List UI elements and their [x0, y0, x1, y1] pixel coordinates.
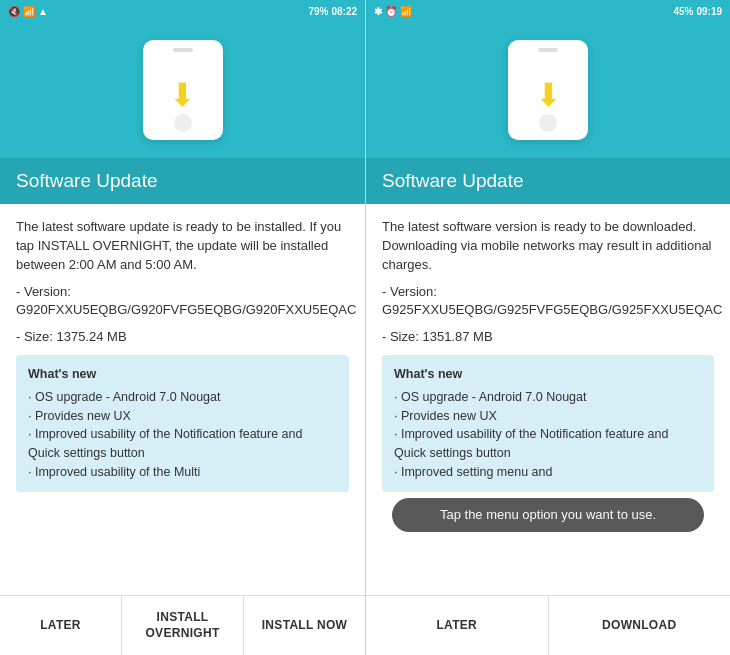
time-right: 09:19 [696, 6, 722, 17]
whats-new-item-1-left: · OS upgrade - Android 7.0 Nougat [28, 388, 337, 407]
hero-right: ⬇ [366, 22, 730, 158]
right-panel: ✱ ⏰ 📶 45% 09:19 ⬇ Software Update The la… [365, 0, 730, 655]
button-bar-right: LATER DOWNLOAD [366, 595, 730, 655]
status-icons-left: 🔇 📶 ▲ [8, 6, 48, 17]
battery-text-left: 79% [308, 6, 328, 17]
hero-left: ⬇ [0, 22, 365, 158]
install-now-button[interactable]: INSTALL NOW [244, 596, 365, 655]
whats-new-item-4-right: · Improved setting menu and [394, 463, 702, 482]
status-right-right: 45% 09:19 [673, 6, 722, 17]
download-button[interactable]: DOWNLOAD [549, 596, 731, 655]
install-overnight-button[interactable]: INSTALL OVERNIGHT [122, 596, 244, 655]
battery-text-right: 45% [673, 6, 693, 17]
whats-new-title-left: What's new [28, 365, 337, 384]
download-arrow-left: ⬇ [169, 76, 196, 114]
whats-new-item-3-right: · Improved usability of the Notification… [394, 425, 702, 463]
time-left: 08:22 [331, 6, 357, 17]
whats-new-item-2-left: · Provides new UX [28, 407, 337, 426]
tooltip-right: Tap the menu option you want to use. [392, 498, 704, 533]
whats-new-item-4-left: · Improved usability of the Multi [28, 463, 337, 482]
size-right: - Size: 1351.87 MB [382, 328, 714, 347]
panel-title-left: Software Update [16, 170, 349, 192]
whats-new-title-right: What's new [394, 365, 702, 384]
download-arrow-right: ⬇ [535, 76, 562, 114]
whats-new-item-3-left: · Improved usability of the Notification… [28, 425, 337, 463]
phone-illustration-left: ⬇ [143, 40, 223, 140]
signal-icon: 📶 [23, 6, 35, 17]
main-text-left: The latest software update is ready to b… [16, 218, 349, 275]
version-left: - Version: G920FXXU5EQBG/G920FVFG5EQBG/G… [16, 283, 349, 321]
status-right-left: 79% 08:22 [308, 6, 357, 17]
version-right: - Version: G925FXXU5EQBG/G925FVFG5EQBG/G… [382, 283, 714, 321]
signal-icon-right: 📶 [400, 6, 412, 17]
status-bar-left: 🔇 📶 ▲ 79% 08:22 [0, 0, 365, 22]
main-text-right: The latest software version is ready to … [382, 218, 714, 275]
later-button-right[interactable]: LATER [366, 596, 549, 655]
title-bar-left: Software Update [0, 158, 365, 204]
mute-icon: 🔇 [8, 6, 20, 17]
content-right: The latest software version is ready to … [366, 204, 730, 595]
left-panel: 🔇 📶 ▲ 79% 08:22 ⬇ Software Update The la… [0, 0, 365, 655]
whats-new-item-1-right: · OS upgrade - Android 7.0 Nougat [394, 388, 702, 407]
bluetooth-icon: ✱ [374, 6, 382, 17]
content-left: The latest software update is ready to b… [0, 204, 365, 595]
wifi-icon: ▲ [38, 6, 48, 17]
status-icons-right: ✱ ⏰ 📶 [374, 6, 412, 17]
whats-new-right: What's new · OS upgrade - Android 7.0 No… [382, 355, 714, 492]
status-bar-right: ✱ ⏰ 📶 45% 09:19 [366, 0, 730, 22]
phone-illustration-right: ⬇ [508, 40, 588, 140]
whats-new-item-2-right: · Provides new UX [394, 407, 702, 426]
panel-title-right: Software Update [382, 170, 714, 192]
alarm-icon: ⏰ [385, 6, 397, 17]
title-bar-right: Software Update [366, 158, 730, 204]
later-button-left[interactable]: LATER [0, 596, 122, 655]
button-bar-left: LATER INSTALL OVERNIGHT INSTALL NOW [0, 595, 365, 655]
size-left: - Size: 1375.24 MB [16, 328, 349, 347]
whats-new-left: What's new · OS upgrade - Android 7.0 No… [16, 355, 349, 492]
